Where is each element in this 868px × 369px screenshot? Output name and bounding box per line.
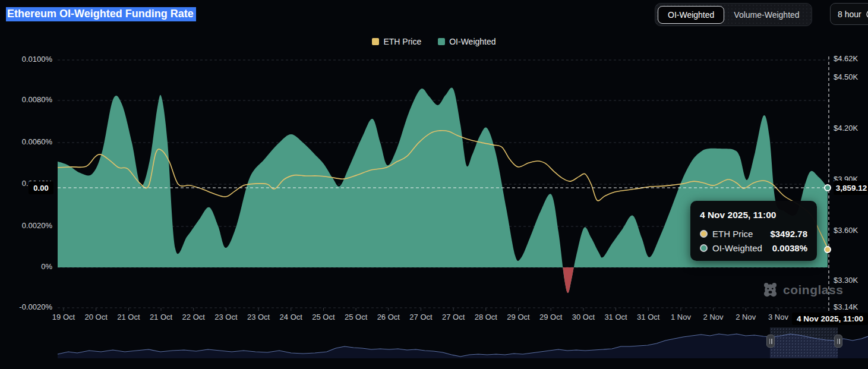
interval-label: 8 hour	[838, 10, 861, 19]
y-axis-left-label: 0.0100%	[8, 55, 52, 64]
eth-price-dot-icon	[700, 230, 708, 238]
y-axis-right-label: $3.60K	[834, 226, 868, 235]
y-axis-left-label: 0.0080%	[8, 95, 52, 104]
y-axis-right-label: $3.14K	[834, 302, 868, 311]
mode-toggle: OI-Weighted Volume-Weighted	[655, 3, 812, 26]
oi-weighted-dot-icon	[700, 244, 708, 252]
tooltip-title: 4 Nov 2025, 11:00	[700, 210, 807, 220]
legend-label: ETH Price	[383, 37, 421, 46]
eth-price-swatch-icon	[372, 38, 379, 45]
y-axis-left-label: 0%	[8, 262, 52, 271]
tooltip-label: ETH Price	[712, 229, 753, 239]
toggle-volume-weighted[interactable]: Volume-Weighted	[724, 7, 809, 23]
watermark-text: coinglass	[783, 283, 843, 297]
chart-legend: ETH Price OI-Weighted	[0, 37, 868, 46]
y-axis-left-label: 0.0020%	[8, 221, 52, 230]
crosshair-left-value: 0.00	[29, 181, 53, 194]
legend-oi-weighted[interactable]: OI-Weighted	[438, 37, 495, 46]
oi-weighted-swatch-icon	[438, 38, 445, 45]
tooltip-row-eth-price: ETH Price $3492.78	[700, 229, 807, 239]
coinglass-watermark: coinglass	[762, 282, 843, 298]
navigator-selection-window[interactable]	[770, 327, 838, 358]
chart-tooltip: 4 Nov 2025, 11:00 ETH Price $3492.78 OI-…	[690, 201, 817, 261]
y-axis-right-label: $4.20K	[834, 124, 868, 133]
navigator-right-handle[interactable]	[834, 335, 842, 348]
interval-select-button[interactable]: 8 hour	[830, 3, 868, 25]
toggle-oi-weighted[interactable]: OI-Weighted	[658, 6, 724, 24]
tooltip-value: $3492.78	[770, 229, 807, 239]
tooltip-row-oi-weighted: OI-Weighted 0.0038%	[700, 243, 807, 253]
y-axis-right-label: $4.62K	[834, 54, 868, 63]
funding-rate-page: 0.0100%0.0080%0.0060%0.0040%0.0020%0%-0.…	[0, 0, 868, 369]
y-axis-left-label: -0.0020%	[8, 302, 52, 311]
page-title-text: Ethereum OI-Weighted Funding Rate	[6, 7, 196, 21]
y-axis-left-label: 0.0060%	[8, 137, 52, 146]
navigator-left-handle[interactable]	[766, 335, 775, 348]
tooltip-value: 0.0038%	[772, 243, 807, 253]
tooltip-label: OI-Weighted	[712, 243, 762, 253]
page-title: Ethereum OI-Weighted Funding Rate	[6, 6, 196, 21]
legend-eth-price[interactable]: ETH Price	[372, 37, 421, 46]
crosshair-right-value: 3,859.12	[834, 181, 868, 195]
coinglass-bear-icon	[762, 282, 778, 298]
axis-labels-layer: 0.0100%0.0080%0.0060%0.0040%0.0020%0%-0.…	[0, 0, 868, 369]
y-axis-right-label: $4.50K	[834, 72, 868, 81]
crosshair-x-label: 4 Nov 2025, 11:00	[792, 313, 868, 325]
legend-label: OI-Weighted	[449, 37, 495, 46]
clock-icon	[866, 10, 868, 19]
